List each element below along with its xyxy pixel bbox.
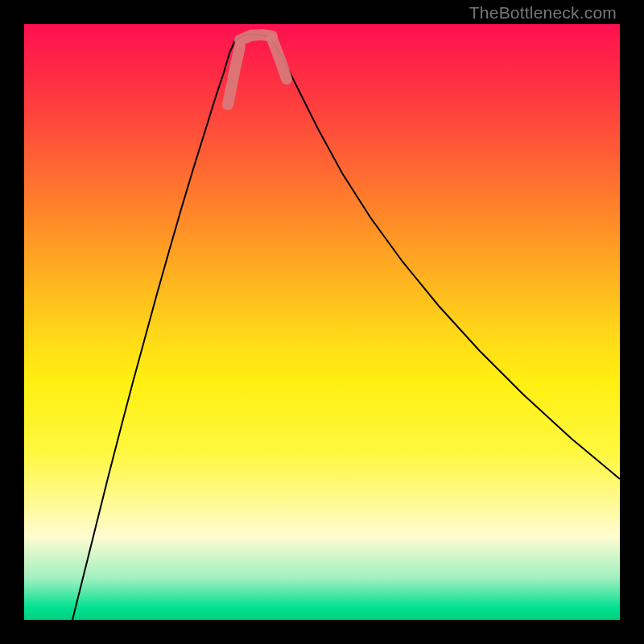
curve-group: [72, 35, 620, 620]
chart-svg: [24, 24, 620, 620]
watermark-text: TheBottleneck.com: [469, 3, 617, 23]
right-marker: [272, 39, 287, 79]
marker-group: [228, 35, 287, 105]
right-branch-line: [270, 37, 620, 479]
left-branch-line: [72, 40, 235, 620]
left-marker: [228, 47, 240, 105]
